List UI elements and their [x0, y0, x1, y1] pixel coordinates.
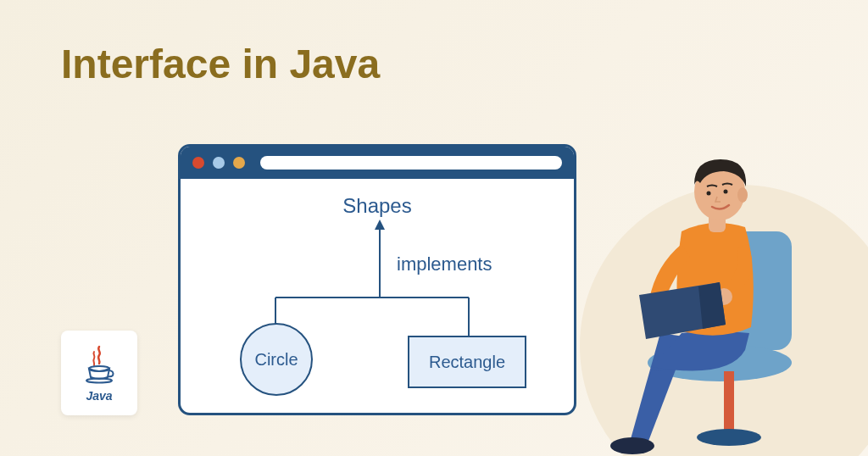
svg-point-17	[707, 192, 711, 196]
person-with-laptop-illustration	[580, 117, 834, 456]
diagram-canvas: Shapes implements Circle Rectangle	[181, 179, 574, 413]
svg-point-1	[86, 379, 112, 383]
svg-point-0	[89, 366, 109, 371]
window-dot-blue-icon	[213, 157, 225, 169]
java-logo-badge: Java	[61, 331, 137, 415]
svg-rect-9	[724, 371, 734, 431]
java-logo-label: Java	[86, 389, 112, 403]
svg-point-10	[697, 429, 761, 446]
diagram-window: Shapes implements Circle Rectangle	[178, 144, 576, 415]
window-dot-yellow-icon	[233, 157, 245, 169]
svg-point-16	[737, 187, 748, 203]
page-title: Interface in Java	[61, 41, 380, 87]
window-urlbar	[260, 156, 562, 170]
interface-name-label: Shapes	[342, 194, 411, 218]
window-titlebar	[181, 147, 574, 179]
window-dot-red-icon	[192, 157, 204, 169]
rectangle-class-node: Rectangle	[408, 336, 526, 388]
svg-point-11	[610, 437, 654, 454]
java-cup-icon	[82, 343, 116, 386]
svg-point-18	[724, 190, 728, 194]
circle-class-node: Circle	[240, 323, 313, 396]
